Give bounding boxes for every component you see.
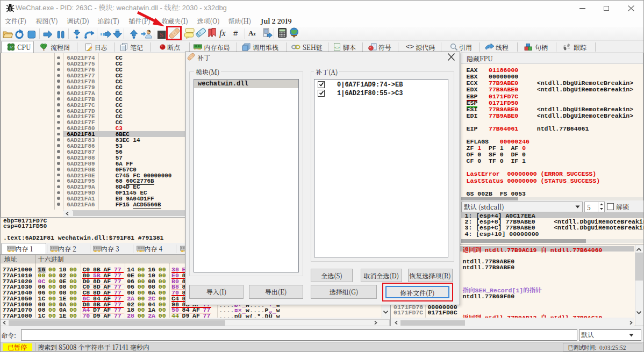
- svg-text:#: #: [233, 28, 238, 38]
- svg-text:S: S: [160, 31, 163, 39]
- svg-text:fx: fx: [219, 28, 226, 38]
- svg-text:A: A: [248, 29, 254, 37]
- svg-text:z: z: [254, 31, 256, 37]
- svg-text:<>: <>: [334, 45, 340, 50]
- svg-text:32: 32: [9, 45, 13, 49]
- svg-text:<>: <>: [406, 43, 414, 50]
